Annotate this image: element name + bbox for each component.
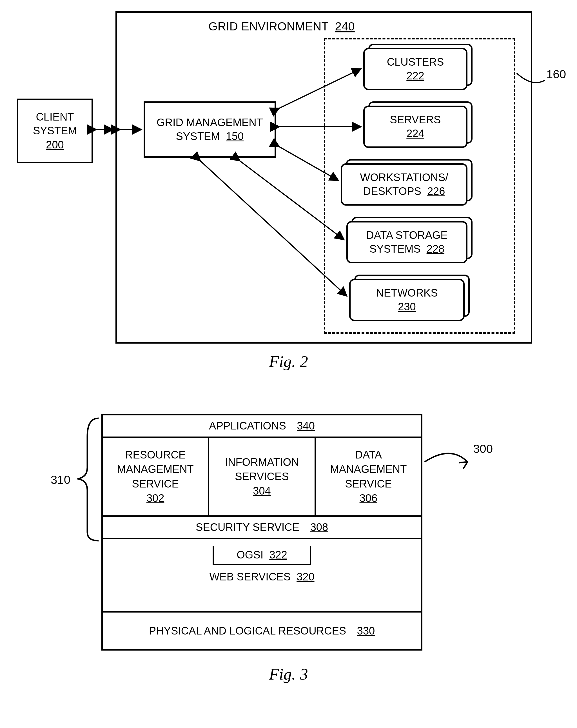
fig3-caption: Fig. 3	[11, 665, 566, 683]
brace-ref: 310	[51, 473, 71, 487]
svg-line-5	[239, 160, 344, 239]
svg-line-2	[279, 69, 361, 108]
figure-2: GRID ENVIRONMENT 240 CLIENT SYSTEM 200 G…	[11, 11, 566, 378]
fig2-caption: Fig. 2	[11, 352, 566, 371]
figure-3: APPLICATIONS 340 RESOURCE MANAGEMENT SER…	[11, 406, 566, 715]
stack-ref: 300	[473, 442, 493, 456]
fig2-connectors	[11, 11, 566, 378]
svg-line-4	[279, 147, 338, 180]
svg-line-6	[200, 160, 346, 296]
